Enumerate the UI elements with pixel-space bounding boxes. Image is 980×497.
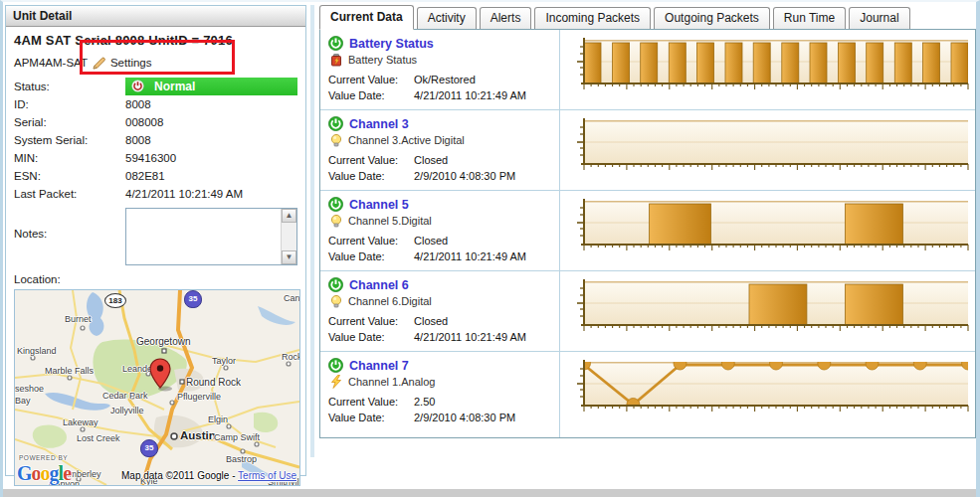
unit-detail-panel: Unit Detail 4AM SAT Serial 8008 UnitID =… [5,5,306,476]
battery-status-chart [574,35,975,100]
map-city: Georgetown [136,336,190,347]
value-date-label: Value Date: [328,89,414,101]
channel-link[interactable]: Battery Status [328,36,553,51]
notes-label: Notes: [14,208,125,265]
channel-name: Channel 6 [349,278,409,292]
current-data-table: Battery Status Battery Status Current Va… [319,29,976,438]
powered-by-label: POWERED BY [19,454,68,461]
notes-field: ▲ ▼ [125,208,297,265]
terms-of-use-link[interactable]: Terms of Use [238,470,296,481]
field-label: ID: [14,98,125,110]
field-value: 59416300 [125,152,176,164]
channel-name: Channel 5 [349,198,409,212]
power-icon [131,80,144,92]
power-icon [328,358,343,373]
highway-shield-35-austin: 35 [140,439,158,457]
value-date-label: Value Date: [328,170,414,182]
map-city: Pflugerville [177,392,221,402]
unit-model-label: APM4AM-SAT [14,57,88,69]
status-label: Status: [14,81,125,92]
field-value: 082E81 [125,170,165,182]
map-attribution: Map data ©2011 Google - Terms of Use [121,470,296,481]
map-city: Round Rock [186,377,241,388]
location-label: Location: [14,273,297,285]
map-city: Bastrop [226,454,257,464]
field-label: Serial: [14,116,125,128]
map-city: Marble Falls [45,366,94,376]
channel-link[interactable]: Channel 7 [328,358,553,373]
field-label: ESN: [14,170,125,182]
tab-activity[interactable]: Activity [417,7,477,29]
current-value: Closed [414,235,448,247]
highway-shield-183: 183 [104,293,126,308]
tab-bar: Current Data Activity Alerts Incoming Pa… [319,5,976,29]
power-icon [328,116,343,131]
value-date: 4/21/2011 10:21:49 AM [414,250,526,262]
scroll-down-icon[interactable]: ▼ [282,250,296,264]
map-city: Burnet [65,314,92,324]
panel-splitter[interactable] [310,5,314,457]
channel-name: Battery Status [349,37,434,51]
channel-row-channel-5: Channel 5 Channel 5.Digital Current Valu… [320,191,975,271]
map-city: Can [284,293,300,303]
bulb-icon [329,133,343,147]
channel-5-chart [574,196,975,261]
channel-name: Channel 3 [349,117,409,131]
map-city: Lost Creek [77,433,120,443]
current-value: 2.50 [414,396,435,408]
tab-journal[interactable]: Journal [849,7,909,29]
field-label: Last Packet: [14,188,125,200]
power-icon [328,277,343,292]
tab-incoming-packets[interactable]: Incoming Packets [534,7,651,29]
value-date-label: Value Date: [328,331,414,343]
map-city: Cedar Park [102,391,148,401]
map-city: Camp Swift [214,432,260,442]
field-value: 8008 [125,98,151,110]
map-city: Rock [282,352,300,362]
power-icon [328,36,343,51]
channel-link[interactable]: Channel 5 [328,197,553,212]
channel-description: Channel 6.Digital [348,295,432,307]
channel-link[interactable]: Channel 3 [328,116,553,131]
notes-input[interactable] [126,209,281,264]
tab-current-data[interactable]: Current Data [319,5,414,30]
value-date: 4/21/2011 10:21:49 AM [414,89,526,101]
value-date: 2/9/2010 4:08:30 PM [414,412,515,423]
current-value: Closed [414,154,448,166]
scroll-up-icon[interactable]: ▲ [282,209,296,223]
unit-detail-window: Unit Detail 4AM SAT Serial 8008 UnitID =… [0,0,980,497]
channel-row-battery-status: Battery Status Battery Status Current Va… [320,30,975,110]
channel-description: Battery Status [348,54,417,66]
bolt-icon [329,375,343,389]
highway-shield-35-top: 35 [184,290,202,308]
field-value: 8008 [125,134,151,146]
value-date-label: Value Date: [328,250,414,262]
current-value: Ok/Restored [414,74,476,85]
channel-6-chart [574,276,975,342]
tab-outgoing-packets[interactable]: Outgoing Packets [654,7,770,29]
tab-run-time[interactable]: Run Time [773,7,846,29]
settings-button[interactable]: Settings [92,56,152,71]
map-marker-pin[interactable] [148,358,174,396]
map-city: Austin [180,429,216,441]
current-value: Closed [414,315,448,327]
settings-label: Settings [110,57,152,69]
bulb-icon [329,294,343,308]
channel-row-channel-7: Channel 7 Channel 1.Analog Current Value… [320,352,975,437]
current-value-label: Current Value: [328,74,414,85]
google-map[interactable]: 183 35 35 Burnet Kingsland Marble Falls … [14,289,300,486]
map-city: Jollyville [110,406,144,415]
channel-link[interactable]: Channel 6 [328,277,553,292]
value-date: 4/21/2011 10:21:49 AM [414,331,526,343]
tab-alerts[interactable]: Alerts [480,7,532,29]
channel-description: Channel 5.Digital [348,215,432,227]
data-panel: Current Data Activity Alerts Incoming Pa… [319,5,976,438]
channel-name: Channel 7 [349,359,409,373]
field-value: 4/21/2011 10:21:49 AM [125,188,243,200]
map-city: Elgin [208,414,228,424]
current-value-label: Current Value: [328,396,414,408]
status-value: Normal [154,80,195,93]
status-badge: Normal [125,78,297,95]
power-icon [328,197,343,212]
notes-scrollbar[interactable]: ▲ ▼ [281,209,296,264]
